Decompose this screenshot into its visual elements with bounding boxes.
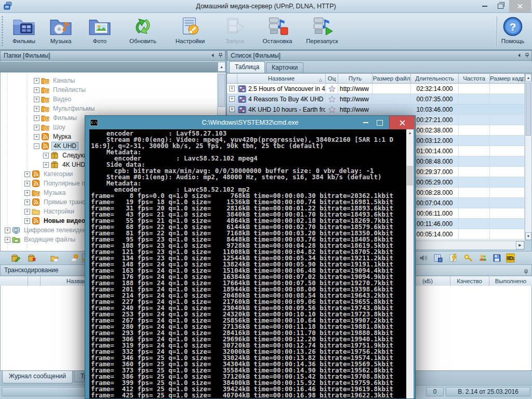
box-delete-icon[interactable] xyxy=(28,254,37,262)
toolbar-button-start[interactable]: Запуск xyxy=(214,14,256,48)
column-header-Название[interactable]: Название△ xyxy=(237,73,326,84)
column-header-Размер файл[interactable]: Размер файл xyxy=(373,73,411,84)
tree-item-видео[interactable]: +Видео xyxy=(1,95,217,104)
box-edit-icon[interactable] xyxy=(11,254,20,262)
pin-icon[interactable] xyxy=(218,52,223,58)
help-icon: ? xyxy=(501,16,525,37)
scroll-down-button[interactable]: ▼ xyxy=(525,232,531,240)
tree-scrollbar-thumb[interactable] xyxy=(218,74,225,107)
tree-expander[interactable]: + xyxy=(34,134,39,140)
cmd-title-bar[interactable]: C:\ C:\Windows\SYSTEM32\cmd.exe xyxy=(85,116,415,129)
list-vertical-scrollbar[interactable]: ▲ ▼ xyxy=(525,73,532,241)
toolbar-button-stop[interactable]: Остановка xyxy=(256,14,299,48)
imdb-icon[interactable]: IMDb xyxy=(506,254,520,262)
column-header-Длительность[interactable]: Длительность xyxy=(411,73,459,84)
restore-button[interactable] xyxy=(494,0,507,12)
bottom-tab-log[interactable]: Журнал сообщений xyxy=(2,371,73,383)
svg-text:IMDb: IMDb xyxy=(507,255,514,261)
pin-icon[interactable] xyxy=(525,52,529,58)
folder-open-icon[interactable] xyxy=(50,254,59,262)
toolbar-grip[interactable] xyxy=(2,16,3,47)
column-header-Оц[interactable]: Оц xyxy=(326,73,338,84)
row-expander[interactable]: + xyxy=(229,86,235,91)
column-header-Путь[interactable]: Путь xyxy=(338,73,373,84)
row-expander[interactable]: + xyxy=(229,96,235,102)
tree-item-мультфильмы[interactable]: +Мультфильмы xyxy=(1,104,217,113)
cmd-close-button[interactable] xyxy=(389,116,415,129)
scroll-up-button[interactable]: ▲ xyxy=(525,74,531,82)
row-expander[interactable]: + xyxy=(229,107,235,112)
console-scroll-up[interactable]: ▲ xyxy=(406,129,414,137)
lightning-icon[interactable] xyxy=(449,254,458,262)
toolbar-button-music[interactable]: Музыка xyxy=(42,14,80,48)
tree-expander[interactable]: + xyxy=(24,209,30,215)
tree-expander[interactable]: + xyxy=(5,228,10,233)
tree-expander[interactable]: + xyxy=(34,125,39,130)
cell xyxy=(459,229,490,240)
weather-icon[interactable] xyxy=(71,254,79,262)
speaker-icon[interactable] xyxy=(419,254,428,262)
start-icon xyxy=(223,16,247,37)
column-header-Размер кадр[interactable]: Размер кадр xyxy=(490,73,525,84)
tree-expander[interactable]: + xyxy=(43,162,49,168)
cell xyxy=(373,84,411,94)
console-scrollbar-thumb[interactable] xyxy=(407,166,413,185)
list-view-tabs: ТаблицаКарточки xyxy=(227,62,532,73)
tree-expander[interactable]: − xyxy=(34,143,39,149)
table-row[interactable]: +2.5 Hours of Vancouver in 4K (UHD)http:… xyxy=(227,84,525,94)
tree-expander[interactable]: + xyxy=(43,153,49,158)
save-icon[interactable] xyxy=(493,254,501,262)
toolbar-button-films[interactable]: Фильмы xyxy=(6,14,42,48)
cmd-minimize-button[interactable] xyxy=(360,116,372,129)
tree-item-label: Цифровое телевидени xyxy=(22,227,91,234)
cmd-maximize-button[interactable] xyxy=(374,116,386,129)
column-header-Частота[interactable]: Частота xyxy=(459,73,490,84)
users-icon[interactable] xyxy=(478,254,487,262)
cmd-window[interactable]: C:\ C:\Windows\SYSTEM32\cmd.exe encoder … xyxy=(85,115,416,399)
pin-icon[interactable] xyxy=(524,269,528,275)
key-icon[interactable] xyxy=(464,254,473,262)
tree-expander[interactable]: + xyxy=(24,190,30,196)
toolbar-button-restart[interactable]: Перезапуск xyxy=(299,14,345,48)
tab-карточки[interactable]: Карточки xyxy=(266,62,303,73)
column-header-expander[interactable] xyxy=(227,73,237,84)
minimize-button[interactable] xyxy=(478,0,491,12)
tab-таблица[interactable]: Таблица xyxy=(229,61,265,73)
tree-expander[interactable]: + xyxy=(34,106,39,112)
tree-expander[interactable]: + xyxy=(24,200,30,205)
tree-expander[interactable]: + xyxy=(24,171,30,177)
tree-expander[interactable]: + xyxy=(24,218,30,224)
list-scrollbar-thumb[interactable] xyxy=(526,83,531,136)
main-toolbar: ФильмыМузыкаФотоОбновитьНастройкиЗапускО… xyxy=(0,13,532,50)
help-button[interactable]: ?Помощь xyxy=(498,14,528,44)
row-duration: 00:08:48.000 xyxy=(416,158,453,165)
console-output: encoder : Lavf58.27.103 Stream #0:0(eng)… xyxy=(89,129,406,398)
tree-item-label: Каналы xyxy=(51,77,77,84)
toolbar-button-photo[interactable]: Фото xyxy=(80,14,119,48)
tree-expander[interactable]: + xyxy=(5,237,10,243)
help-button-label: Помощь xyxy=(501,38,524,44)
cell xyxy=(459,104,490,115)
tree-expander[interactable]: + xyxy=(34,87,39,93)
collapse-left-icon[interactable] xyxy=(211,53,215,58)
row-duration: 00:03:12.000 xyxy=(416,137,453,144)
tree-expander[interactable]: + xyxy=(34,115,39,121)
console-scrollbar[interactable]: ▲ xyxy=(406,129,414,398)
collapse-left-icon[interactable] xyxy=(517,53,521,58)
table-row[interactable]: +4 Reasons To Buy 4K UHD Blu-ray inhttp:… xyxy=(227,94,525,104)
transcode-column-quality: Качество xyxy=(450,276,488,286)
toolbar-button-settings[interactable]: Настройки xyxy=(166,14,214,48)
tree-expander[interactable]: + xyxy=(34,97,39,102)
table-icon[interactable] xyxy=(434,254,443,262)
toolbar-button-refresh[interactable]: Обновить xyxy=(119,14,166,48)
tree-expander[interactable]: + xyxy=(24,181,30,187)
tree-item-плейлисты[interactable]: +Плейлисты xyxy=(1,85,217,95)
cell xyxy=(490,167,525,177)
tree-item-label: 4K UHD xyxy=(51,142,78,150)
tree-scroll-up[interactable]: ▲ xyxy=(218,62,225,72)
table-row[interactable]: +4K UHD 10 hours - Earth from Spacehttp:… xyxy=(227,104,525,115)
close-button[interactable] xyxy=(509,0,531,12)
scroll-right-button[interactable]: ▶ xyxy=(516,241,524,249)
tree-expander[interactable]: + xyxy=(34,78,39,84)
tree-item-каналы[interactable]: +Каналы xyxy=(1,76,217,85)
